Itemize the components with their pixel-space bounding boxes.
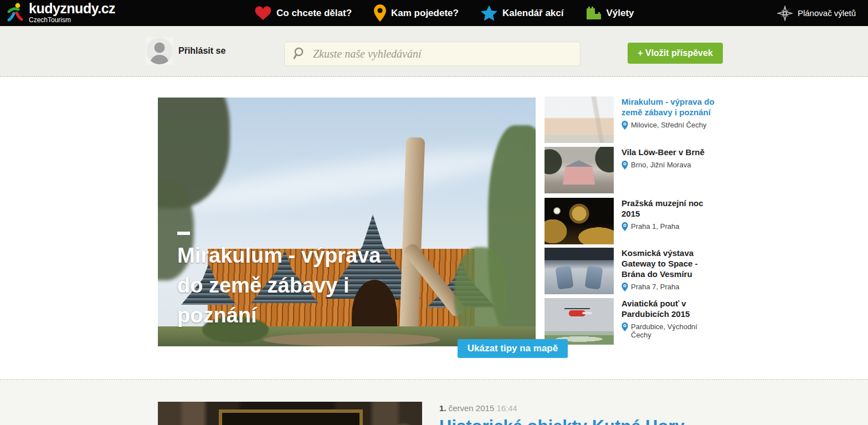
search-input[interactable] bbox=[313, 43, 580, 65]
menu-item-vylety[interactable]: Výlety bbox=[585, 6, 634, 21]
star-icon bbox=[481, 5, 497, 21]
sidebar-item-mirakulum[interactable]: Mirakulum - výprava do země zábavy i poz… bbox=[545, 96, 717, 143]
menu-item-co-chcete-delat[interactable]: Co chcete dělat? bbox=[255, 6, 352, 21]
altar-frame bbox=[219, 409, 363, 425]
castle-icon bbox=[585, 6, 601, 21]
sidebar-item-location: Pardubice, Východní Čechy bbox=[622, 322, 717, 339]
sidebar-item-meta: Mirakulum - výprava do země zábavy i poz… bbox=[622, 96, 717, 143]
brand-name: kudyznudy.cz bbox=[29, 2, 115, 16]
heart-icon bbox=[255, 6, 271, 21]
compass-icon bbox=[777, 6, 793, 21]
sidebar-item-meta: Aviatická pouť v Pardubicích 2015 Pardub… bbox=[622, 298, 717, 345]
thumbnail-wooden-castle[interactable] bbox=[545, 96, 614, 143]
sidebar-item-title[interactable]: Pražská muzejní noc 2015 bbox=[622, 198, 717, 219]
user-silhouette-icon bbox=[146, 37, 173, 65]
active-overlay bbox=[545, 96, 614, 143]
trip-planner-link[interactable]: Plánovač výletů bbox=[777, 0, 856, 26]
menu-label: Kalendář akcí bbox=[502, 8, 564, 19]
site-logo[interactable]: kudyznudy.cz CzechTourism bbox=[7, 2, 115, 23]
cockpit-seat bbox=[555, 265, 573, 290]
sidebar-item-title[interactable]: Mirakulum - výprava do země zábavy i poz… bbox=[622, 96, 717, 117]
sidebar-item-title[interactable]: Vila Löw-Beer v Brně bbox=[622, 147, 717, 157]
helicopter-tail bbox=[582, 312, 592, 314]
article-feed-section: 1. červen 2015 16:44 Historické objekty … bbox=[0, 379, 868, 425]
thumbnail-spacecraft-cockpit[interactable] bbox=[545, 248, 614, 294]
dirt-path bbox=[263, 333, 440, 346]
menu-label: Co chcete dělat? bbox=[276, 8, 352, 19]
logo-text: kudyznudy.cz CzechTourism bbox=[29, 2, 115, 23]
location-pin-icon bbox=[622, 161, 628, 170]
cockpit-seat bbox=[584, 265, 603, 290]
hero-title-line: poznání bbox=[177, 300, 381, 330]
date-time: 16:44 bbox=[496, 403, 517, 413]
article-date: 1. červen 2015 16:44 bbox=[439, 403, 517, 413]
sidebar-item-title[interactable]: Kosmická výstava Gateway to Space - Brán… bbox=[622, 248, 717, 279]
sidebar-item-gateway-to-space[interactable]: Kosmická výstava Gateway to Space - Brán… bbox=[545, 248, 717, 294]
date-day: 1. bbox=[439, 403, 446, 413]
villa-shape bbox=[563, 160, 595, 185]
location-text: Praha 7, Praha bbox=[631, 283, 679, 291]
menu-label: Kam pojedete? bbox=[391, 8, 459, 19]
map-pin-icon bbox=[374, 4, 386, 22]
location-pin-icon bbox=[622, 283, 628, 291]
hero-image-mirakulum[interactable]: Mirakulum - výprava do země zábavy i poz… bbox=[158, 98, 536, 346]
kudyznudy-figure-icon bbox=[7, 2, 24, 23]
add-post-button[interactable]: + Vložit příspěvek bbox=[628, 43, 723, 64]
planner-label: Plánovač výletů bbox=[798, 8, 856, 18]
location-text: Pardubice, Východní Čechy bbox=[631, 322, 717, 339]
article-title[interactable]: Historické objekty Kutné Hory bbox=[439, 417, 685, 425]
menu-item-kalendar-akci[interactable]: Kalendář akcí bbox=[481, 5, 564, 21]
search-header-bar: Přihlásit se + Vložit příspěvek bbox=[0, 26, 868, 77]
search-box bbox=[284, 42, 581, 66]
sidebar-item-location: Praha 7, Praha bbox=[622, 283, 717, 291]
thumbnail-night-church[interactable] bbox=[545, 198, 614, 244]
location-pin-icon bbox=[622, 121, 628, 130]
menu-label: Výlety bbox=[606, 8, 634, 19]
sidebar-item-prazska-muzejni-noc[interactable]: Pražská muzejní noc 2015 Praha 1, Praha bbox=[545, 198, 717, 244]
sidebar-item-meta: Vila Löw-Beer v Brně Brno, Jižní Morava bbox=[622, 147, 717, 193]
sidebar-item-title[interactable]: Aviatická pouť v Pardubicích 2015 bbox=[622, 298, 717, 319]
top-navigation-bar: kudyznudy.cz CzechTourism Co chcete děla… bbox=[0, 0, 868, 26]
brand-subtitle: CzechTourism bbox=[29, 17, 115, 23]
location-text: Praha 1, Praha bbox=[631, 222, 679, 231]
hero-title-line: do země zábavy i bbox=[177, 270, 381, 300]
hero-title-line: Mirakulum - výprava bbox=[177, 240, 381, 270]
sidebar-item-vila-low-beer[interactable]: Vila Löw-Beer v Brně Brno, Jižní Morava bbox=[545, 147, 717, 193]
sidebar-item-meta: Kosmická výstava Gateway to Space - Brán… bbox=[622, 248, 717, 294]
helicopter-rotor bbox=[564, 308, 590, 309]
main-content: Mirakulum - výprava do země zábavy i poz… bbox=[0, 77, 868, 379]
main-menu: Co chcete dělat? Kam pojedete? Kalendář … bbox=[255, 0, 634, 26]
sidebar-item-aviaticka-pout[interactable]: Aviatická pouť v Pardubicích 2015 Pardub… bbox=[545, 298, 717, 345]
location-text: Brno, Jižní Morava bbox=[631, 161, 691, 169]
hero-caption: Mirakulum - výprava do země zábavy i poz… bbox=[177, 232, 381, 330]
location-text: Milovice, Střední Čechy bbox=[631, 121, 707, 129]
avatar[interactable] bbox=[146, 37, 173, 65]
thumbnail-villa[interactable] bbox=[545, 147, 614, 193]
article-image-church-interior[interactable] bbox=[158, 402, 422, 425]
location-pin-icon bbox=[622, 222, 628, 231]
login-link[interactable]: Přihlásit se bbox=[178, 46, 225, 56]
search-icon bbox=[293, 47, 306, 60]
sidebar-item-location: Milovice, Střední Čechy bbox=[622, 121, 717, 130]
thumbnail-helicopter[interactable] bbox=[545, 298, 614, 345]
sidebar-item-location: Praha 1, Praha bbox=[622, 222, 717, 231]
show-tips-on-map-button[interactable]: Ukázat tipy na mapě bbox=[458, 339, 568, 358]
sidebar-item-location: Brno, Jižní Morava bbox=[622, 161, 717, 170]
location-pin-icon bbox=[622, 322, 628, 331]
menu-item-kam-pojedete[interactable]: Kam pojedete? bbox=[374, 4, 459, 22]
sidebar-item-meta: Pražská muzejní noc 2015 Praha 1, Praha bbox=[622, 198, 717, 244]
date-month: červen 2015 bbox=[446, 403, 497, 413]
caption-dash bbox=[177, 232, 190, 235]
